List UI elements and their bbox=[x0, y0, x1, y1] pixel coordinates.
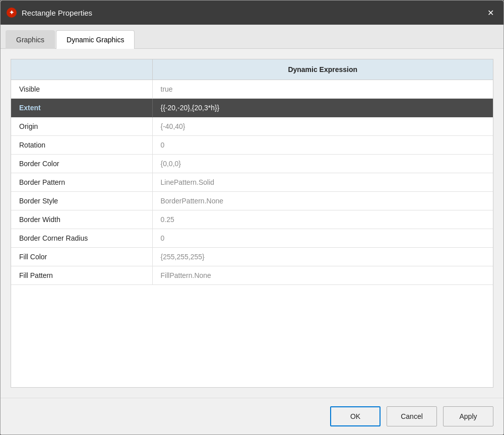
table-row[interactable]: Border PatternLinePattern.Solid bbox=[11, 173, 493, 192]
ok-button[interactable]: OK bbox=[330, 406, 381, 426]
property-value-cell: true bbox=[152, 80, 493, 99]
property-value-cell: BorderPattern.None bbox=[152, 192, 493, 210]
table-row[interactable]: Border Width0.25 bbox=[11, 210, 493, 229]
property-name-cell: Border Width bbox=[11, 210, 152, 229]
tab-graphics[interactable]: Graphics bbox=[6, 30, 55, 49]
property-value-cell: 0 bbox=[152, 229, 493, 248]
properties-table: Dynamic Expression VisibletrueExtent{{-2… bbox=[11, 59, 493, 285]
property-name-cell: Fill Pattern bbox=[11, 266, 152, 285]
rectangle-properties-dialog: ✦ Rectangle Properties ✕ Graphics Dynami… bbox=[0, 0, 504, 435]
table-row[interactable]: Border StyleBorderPattern.None bbox=[11, 192, 493, 210]
table-row[interactable]: Extent{{-20,-20},{20,3*h}} bbox=[11, 99, 493, 117]
property-value-cell: 0.25 bbox=[152, 210, 493, 229]
table-row[interactable]: Visibletrue bbox=[11, 80, 493, 99]
property-value-cell: {{-20,-20},{20,3*h}} bbox=[152, 99, 493, 117]
title-bar-left: ✦ Rectangle Properties bbox=[7, 8, 92, 18]
col-header-expression: Dynamic Expression bbox=[152, 59, 493, 80]
app-icon: ✦ bbox=[7, 8, 17, 18]
bottom-bar: OK Cancel Apply bbox=[1, 398, 503, 434]
property-value-cell: {-40,40} bbox=[152, 117, 493, 136]
property-value-cell: {0,0,0} bbox=[152, 155, 493, 173]
content-area: Dynamic Expression VisibletrueExtent{{-2… bbox=[1, 49, 503, 398]
col-header-property bbox=[11, 59, 152, 80]
property-name-cell: Fill Color bbox=[11, 248, 152, 266]
property-value-cell: 0 bbox=[152, 136, 493, 155]
table-header-row: Dynamic Expression bbox=[11, 59, 493, 80]
table-row[interactable]: Fill PatternFillPattern.None bbox=[11, 266, 493, 285]
title-bar: ✦ Rectangle Properties ✕ bbox=[1, 1, 503, 25]
table-row[interactable]: Rotation0 bbox=[11, 136, 493, 155]
tab-dynamic-graphics[interactable]: Dynamic Graphics bbox=[56, 30, 135, 49]
property-value-cell: FillPattern.None bbox=[152, 266, 493, 285]
property-value-cell: {255,255,255} bbox=[152, 248, 493, 266]
apply-button[interactable]: Apply bbox=[443, 406, 493, 426]
cancel-button[interactable]: Cancel bbox=[387, 406, 437, 426]
property-value-cell: LinePattern.Solid bbox=[152, 173, 493, 192]
property-name-cell: Border Color bbox=[11, 155, 152, 173]
tab-bar: Graphics Dynamic Graphics bbox=[1, 25, 503, 49]
dialog-title: Rectangle Properties bbox=[22, 9, 92, 17]
table-row[interactable]: Border Corner Radius0 bbox=[11, 229, 493, 248]
table-row[interactable]: Fill Color{255,255,255} bbox=[11, 248, 493, 266]
property-name-cell: Extent bbox=[11, 99, 152, 117]
property-name-cell: Border Pattern bbox=[11, 173, 152, 192]
close-button[interactable]: ✕ bbox=[483, 6, 497, 20]
property-name-cell: Visible bbox=[11, 80, 152, 99]
property-name-cell: Origin bbox=[11, 117, 152, 136]
properties-table-container: Dynamic Expression VisibletrueExtent{{-2… bbox=[11, 59, 493, 388]
property-name-cell: Rotation bbox=[11, 136, 152, 155]
property-name-cell: Border Style bbox=[11, 192, 152, 210]
property-name-cell: Border Corner Radius bbox=[11, 229, 152, 248]
table-row[interactable]: Border Color{0,0,0} bbox=[11, 155, 493, 173]
table-row[interactable]: Origin{-40,40} bbox=[11, 117, 493, 136]
